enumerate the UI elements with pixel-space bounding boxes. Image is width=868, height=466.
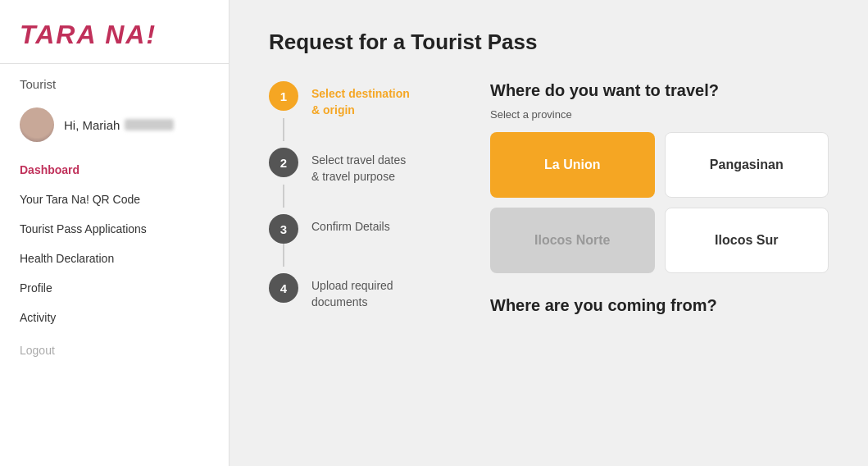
sidebar-item-logout[interactable]: Logout bbox=[0, 336, 229, 365]
sidebar-item-qr-code[interactable]: Your Tara Na! QR Code bbox=[0, 185, 229, 214]
logo-area: Tara Na! bbox=[0, 0, 229, 64]
sidebar-nav: Dashboard Your Tara Na! QR Code Tourist … bbox=[0, 155, 229, 365]
step-3-block: 3 Confirm Details bbox=[269, 214, 441, 267]
step-2-row: 2 Select travel dates& travel purpose bbox=[269, 148, 441, 185]
sidebar-item-activity[interactable]: Activity bbox=[0, 303, 229, 332]
province-ilocos-sur[interactable]: Ilocos Sur bbox=[665, 208, 829, 273]
step-1-block: 1 Select destination& origin bbox=[269, 81, 441, 141]
step-3-label: Confirm Details bbox=[311, 214, 390, 235]
step-1-label: Select destination& origin bbox=[311, 81, 410, 118]
step-2-circle: 2 bbox=[269, 148, 298, 177]
province-la-union[interactable]: La Union bbox=[490, 132, 655, 198]
step-3-row: 3 Confirm Details bbox=[269, 214, 441, 244]
avatar-image bbox=[20, 107, 54, 142]
sidebar-item-tourist-pass[interactable]: Tourist Pass Applications bbox=[0, 214, 229, 244]
province-label: Select a province bbox=[490, 108, 829, 121]
destination-question: Where do you want to travel? bbox=[490, 81, 829, 100]
sidebar-item-profile[interactable]: Profile bbox=[0, 273, 229, 303]
step-3-circle: 3 bbox=[269, 214, 298, 244]
sidebar: Tara Na! Tourist Hi, Mariah Dashboard Yo… bbox=[0, 0, 229, 466]
content-layout: 1 Select destination& origin 2 Select tr… bbox=[269, 81, 829, 323]
province-pangasinan[interactable]: Pangasinan bbox=[665, 132, 829, 198]
sidebar-item-health-declaration[interactable]: Health Declaration bbox=[0, 244, 229, 273]
user-role: Tourist bbox=[0, 74, 229, 101]
step-2-block: 2 Select travel dates& travel purpose bbox=[269, 148, 441, 208]
connector-2 bbox=[283, 185, 284, 208]
step-4-block: 4 Upload requireddocuments bbox=[269, 273, 441, 310]
step-4-label: Upload requireddocuments bbox=[311, 273, 393, 310]
user-name-blur bbox=[125, 119, 174, 130]
page-title: Request for a Tourist Pass bbox=[269, 30, 829, 55]
right-panel: Where do you want to travel? Select a pr… bbox=[490, 81, 829, 323]
step-2-label: Select travel dates& travel purpose bbox=[311, 148, 406, 185]
user-greeting: Hi, Mariah bbox=[64, 118, 174, 132]
stepper: 1 Select destination& origin 2 Select tr… bbox=[269, 81, 441, 323]
user-info: Hi, Mariah bbox=[0, 101, 229, 155]
main-content: Request for a Tourist Pass 1 Select dest… bbox=[229, 0, 868, 466]
connector-1 bbox=[283, 118, 284, 141]
sidebar-item-dashboard[interactable]: Dashboard bbox=[0, 155, 229, 185]
province-ilocos-norte: Ilocos Norte bbox=[490, 208, 655, 273]
app-logo: Tara Na! bbox=[20, 20, 209, 50]
step-1-circle: 1 bbox=[269, 81, 298, 111]
step-4-circle: 4 bbox=[269, 273, 298, 303]
greeting-text: Hi, Mariah bbox=[64, 118, 120, 132]
connector-3 bbox=[283, 244, 284, 267]
step-4-row: 4 Upload requireddocuments bbox=[269, 273, 441, 310]
avatar bbox=[20, 107, 54, 142]
step-1-row: 1 Select destination& origin bbox=[269, 81, 441, 118]
origin-question: Where are you coming from? bbox=[490, 296, 829, 315]
province-grid: La Union Pangasinan Ilocos Norte Ilocos … bbox=[490, 132, 829, 273]
